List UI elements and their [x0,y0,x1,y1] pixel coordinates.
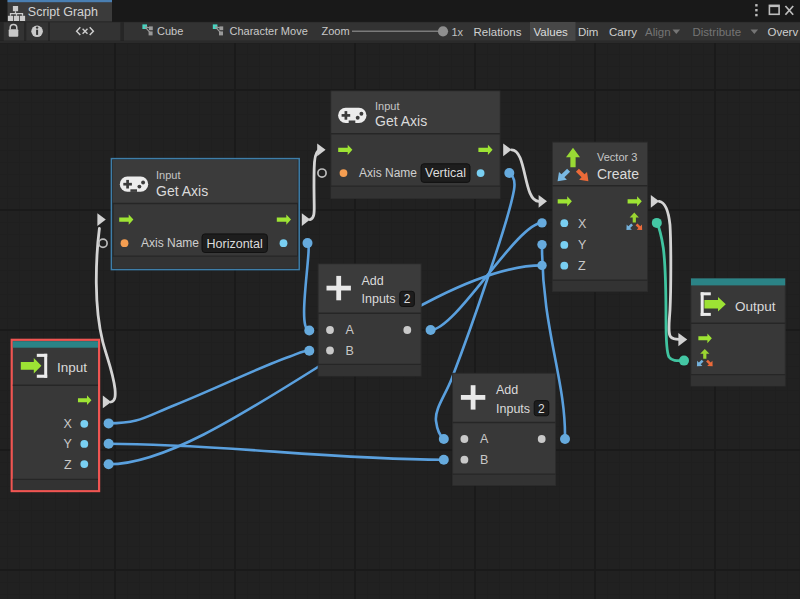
svg-text:Add: Add [496,383,518,397]
svg-text:Input: Input [57,360,87,375]
svg-text:Axis Name: Axis Name [141,236,199,250]
svg-text:B: B [346,344,354,358]
svg-text:Vector 3: Vector 3 [597,151,637,163]
svg-text:Z: Z [64,458,72,472]
svg-text:Vertical: Vertical [425,166,466,180]
svg-text:Get Axis: Get Axis [375,113,427,129]
svg-text:Y: Y [64,437,73,451]
svg-text:A: A [346,323,355,337]
svg-text:Inputs: Inputs [362,292,396,306]
svg-text:Horizontal: Horizontal [207,237,263,251]
svg-text:2: 2 [538,402,545,416]
svg-text:Dim: Dim [578,26,598,38]
svg-text:Z: Z [578,259,586,273]
svg-text:Cube: Cube [157,25,183,37]
svg-text:Distribute: Distribute [693,26,742,38]
svg-text:Script Graph: Script Graph [28,5,98,19]
svg-text:Overv: Overv [768,26,799,38]
svg-text:Input: Input [156,169,180,181]
svg-text:1x: 1x [452,26,464,38]
svg-text:Axis Name: Axis Name [359,166,417,180]
svg-text:Character Move: Character Move [230,25,308,37]
svg-text:Add: Add [362,274,384,288]
svg-text:Create: Create [597,166,639,182]
svg-text:X: X [64,417,73,431]
svg-text:Input: Input [375,100,399,112]
svg-text:Output: Output [735,299,776,314]
svg-text:Zoom: Zoom [322,25,350,37]
svg-text:Align: Align [645,26,671,38]
svg-text:Relations: Relations [474,26,522,38]
svg-text:Values: Values [534,26,569,38]
svg-text:B: B [480,453,488,467]
svg-text:Carry: Carry [609,26,637,38]
svg-text:A: A [480,432,489,446]
svg-text:Inputs: Inputs [496,402,530,416]
svg-text:2: 2 [404,292,411,306]
svg-text:Y: Y [578,238,587,252]
svg-text:Get Axis: Get Axis [156,183,208,199]
svg-text:X: X [578,217,587,231]
